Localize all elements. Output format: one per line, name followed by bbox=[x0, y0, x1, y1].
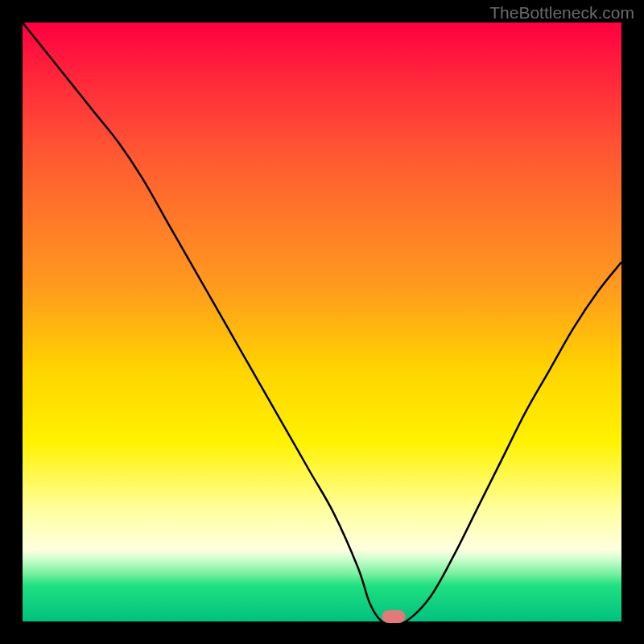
bottleneck-curve bbox=[23, 23, 621, 621]
plot-area bbox=[23, 23, 621, 621]
chart-container: TheBottleneck.com bbox=[0, 0, 644, 644]
optimal-marker bbox=[382, 610, 406, 623]
watermark-text: TheBottleneck.com bbox=[489, 3, 634, 23]
